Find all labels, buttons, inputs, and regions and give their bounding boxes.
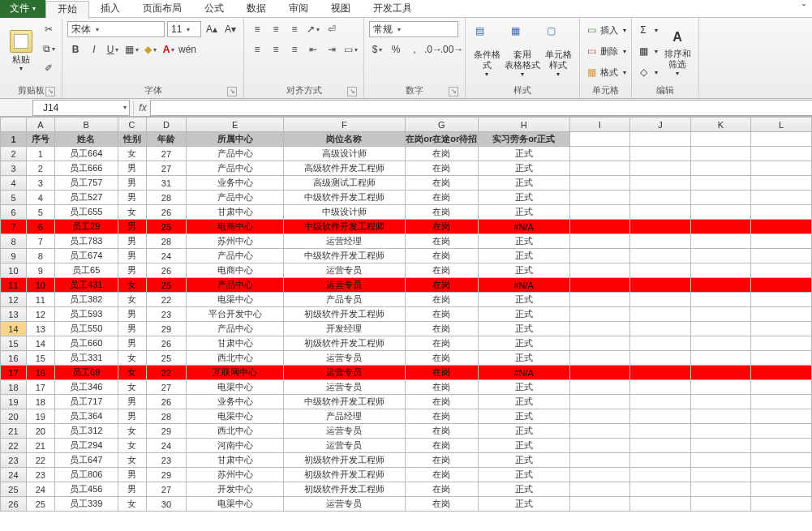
cell[interactable] xyxy=(630,234,691,249)
cell[interactable]: 男 xyxy=(118,468,146,482)
cell[interactable]: 运营专员 xyxy=(284,263,406,278)
cell[interactable]: 女 xyxy=(118,366,146,380)
cell[interactable] xyxy=(690,132,751,147)
cell[interactable]: 员工664 xyxy=(54,147,118,161)
cell[interactable] xyxy=(690,293,751,307)
cell[interactable] xyxy=(630,132,691,147)
tab-page-layout[interactable]: 页面布局 xyxy=(131,0,193,18)
header-cell[interactable]: 所属中心 xyxy=(187,132,284,147)
cell[interactable] xyxy=(630,147,691,161)
cell[interactable] xyxy=(630,453,691,468)
autosum-button[interactable]: ▾ xyxy=(637,21,658,39)
cell[interactable] xyxy=(690,307,751,322)
cell[interactable]: 29 xyxy=(146,468,187,482)
cell[interactable] xyxy=(569,453,630,468)
cell[interactable]: 在岗 xyxy=(405,176,478,191)
cell[interactable]: 正式 xyxy=(478,293,569,307)
cell[interactable] xyxy=(690,439,751,453)
cell[interactable] xyxy=(569,293,630,307)
cell[interactable] xyxy=(630,249,691,263)
cell[interactable] xyxy=(690,161,751,176)
cell[interactable] xyxy=(690,249,751,263)
cell[interactable]: 在岗 xyxy=(405,161,478,176)
cell[interactable]: 运营专员 xyxy=(284,366,406,380)
cell[interactable]: 9 xyxy=(26,263,54,278)
cell[interactable] xyxy=(569,147,630,161)
clear-button[interactable]: ▾ xyxy=(637,63,658,81)
cell[interactable]: 正式 xyxy=(478,307,569,322)
cell[interactable] xyxy=(690,351,751,366)
cell[interactable] xyxy=(751,468,812,482)
orientation-button[interactable]: ↗ xyxy=(305,21,321,37)
cell[interactable] xyxy=(569,249,630,263)
cell[interactable]: 27 xyxy=(146,161,187,176)
cell[interactable]: 女 xyxy=(118,278,146,293)
cell[interactable] xyxy=(751,234,812,249)
cell[interactable]: 12 xyxy=(26,307,54,322)
cell[interactable]: 13 xyxy=(26,322,54,336)
cell[interactable] xyxy=(569,351,630,366)
cell[interactable]: 正式 xyxy=(478,147,569,161)
cell[interactable]: 27 xyxy=(146,147,187,161)
cell[interactable]: 员工294 xyxy=(54,439,118,453)
cell[interactable]: 28 xyxy=(146,234,187,249)
format-as-table-button[interactable]: 套用 表格格式▾ xyxy=(506,21,539,81)
header-cell[interactable]: 序号 xyxy=(26,132,54,147)
cell[interactable]: 正式 xyxy=(478,439,569,453)
header-cell[interactable]: 在岗or在途or待招 xyxy=(405,132,478,147)
cell[interactable]: 8 xyxy=(26,249,54,263)
cell[interactable]: 初级软件开发工程师 xyxy=(284,482,406,497)
cell[interactable]: 高级测试工程师 xyxy=(284,176,406,191)
cell[interactable]: 产品中心 xyxy=(187,322,284,336)
cell[interactable] xyxy=(751,395,812,409)
tab-formulas[interactable]: 公式 xyxy=(193,0,235,18)
number-format-combo[interactable]: 常规▾ xyxy=(369,21,458,37)
cell[interactable]: 女 xyxy=(118,453,146,468)
cell[interactable]: 正式 xyxy=(478,234,569,249)
cell[interactable] xyxy=(630,307,691,322)
cell[interactable]: 员工674 xyxy=(54,249,118,263)
cell[interactable] xyxy=(569,366,630,380)
cell[interactable] xyxy=(751,336,812,351)
cell[interactable]: 在岗 xyxy=(405,468,478,482)
increase-font-button[interactable]: A▴ xyxy=(204,21,220,37)
font-family-combo[interactable]: 宋体▾ xyxy=(67,21,165,37)
align-top-button[interactable]: ≡ xyxy=(249,21,265,37)
cell[interactable]: 产品中心 xyxy=(187,249,284,263)
cell[interactable]: 运营专员 xyxy=(284,424,406,439)
cell[interactable]: 女 xyxy=(118,497,146,512)
cell[interactable]: 1 xyxy=(26,147,54,161)
row-header[interactable]: 17 xyxy=(1,366,27,380)
cell[interactable] xyxy=(630,424,691,439)
cell[interactable]: 在岗 xyxy=(405,424,478,439)
cell[interactable] xyxy=(690,234,751,249)
row-header[interactable]: 23 xyxy=(1,453,27,468)
cell[interactable]: 在岗 xyxy=(405,322,478,336)
comma-button[interactable]: , xyxy=(406,41,423,58)
cell[interactable]: 产品中心 xyxy=(187,191,284,205)
insert-function-button[interactable]: fx xyxy=(135,102,150,113)
sort-filter-button[interactable]: 排序和筛选▾ xyxy=(661,21,694,81)
cell[interactable]: 在岗 xyxy=(405,293,478,307)
cell[interactable] xyxy=(690,263,751,278)
cell[interactable]: 产品中心 xyxy=(187,161,284,176)
cell[interactable]: 男 xyxy=(118,234,146,249)
font-launcher-icon[interactable]: ↘ xyxy=(227,87,237,96)
cell[interactable] xyxy=(690,278,751,293)
cell[interactable]: 29 xyxy=(146,322,187,336)
cell[interactable]: 初级软件开发工程师 xyxy=(284,468,406,482)
cell[interactable] xyxy=(569,395,630,409)
cell[interactable] xyxy=(690,336,751,351)
cell[interactable]: 22 xyxy=(146,293,187,307)
cell[interactable]: 开发经理 xyxy=(284,322,406,336)
cell[interactable] xyxy=(630,263,691,278)
cell[interactable]: 男 xyxy=(118,220,146,234)
cell[interactable] xyxy=(569,424,630,439)
row-header[interactable]: 6 xyxy=(1,205,27,220)
cell[interactable] xyxy=(569,234,630,249)
cell[interactable]: 28 xyxy=(146,409,187,424)
cell[interactable]: 男 xyxy=(118,263,146,278)
cell[interactable]: 正式 xyxy=(478,395,569,409)
row-header[interactable]: 2 xyxy=(1,147,27,161)
cell[interactable] xyxy=(569,161,630,176)
